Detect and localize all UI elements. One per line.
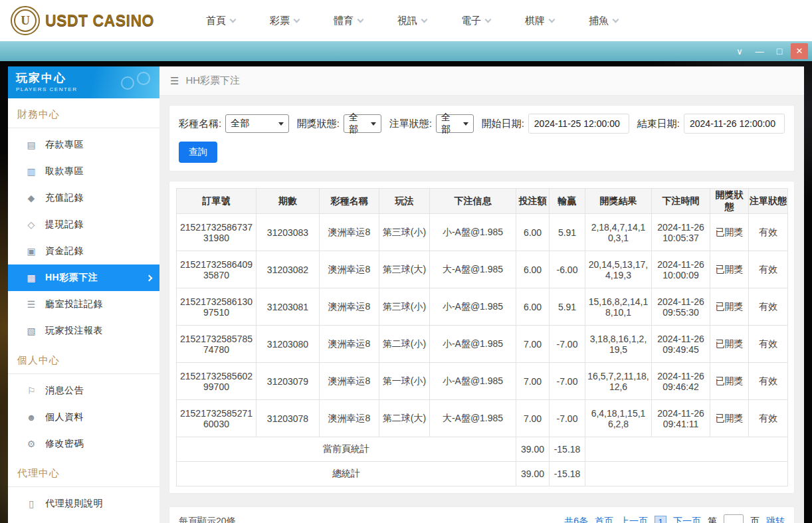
sidebar-item-hh-lottery-bets[interactable]: ▦ HH彩票下注 (8, 264, 159, 291)
brand-logo[interactable]: U USDT CASINO (11, 6, 154, 35)
cashout-record-icon: ◇ (26, 219, 37, 230)
recharge-record-icon: ◆ (26, 193, 37, 203)
main-panel: HH彩票下注 彩種名稱: 全部 開獎狀態: 全部 (159, 66, 804, 523)
cell-draw-result: 2,18,4,7,14,10,3,1 (585, 214, 652, 251)
cell-win-loss: -7.00 (550, 400, 585, 437)
hamburger-menu-icon[interactable] (170, 75, 179, 87)
sidebar-item-hall-bet-records[interactable]: ☰ 廳室投註記錄 (8, 291, 159, 318)
column-header: 玩法 (379, 189, 430, 214)
chevron-down-icon (485, 16, 492, 23)
window-collapse-chevron-icon[interactable] (731, 43, 748, 59)
table-row: 2152173258673731980 31203083 澳洲幸运8 第三球(小… (177, 214, 788, 251)
brand-logo-text: USDT CASINO (45, 12, 154, 30)
column-header: 彩種名稱 (320, 189, 379, 214)
chevron-down-icon (613, 16, 619, 23)
page-summary-bet-total: 39.00 (516, 437, 550, 462)
cell-bet-status: 有效 (749, 326, 788, 363)
nav-item-6[interactable]: 捕魚 (589, 15, 618, 27)
cell-win-loss: 5.91 (550, 214, 585, 251)
nav-item-5[interactable]: 棋牌 (525, 15, 554, 27)
sidebar-item-change-password[interactable]: ⚙ 修改密碼 (8, 431, 159, 457)
nav-item-3[interactable]: 視訊 (397, 15, 427, 27)
cell-order-number: 2152173258560299700 (177, 363, 256, 400)
sidebar-item-label: HH彩票下注 (45, 272, 98, 284)
cell-bet-amount: 6.00 (516, 251, 550, 288)
start-date-input[interactable] (528, 114, 629, 134)
nav-item-label: 棋牌 (525, 15, 545, 27)
cell-bet-time: 2024-11-26 09:49:45 (652, 326, 710, 363)
sidebar-item-player-bet-report[interactable]: ▧ 玩家投注報表 (8, 318, 159, 344)
cell-bet-info: 小-A盤@1.985 (430, 288, 516, 326)
cell-win-loss: -7.00 (550, 326, 585, 363)
page-jump-input[interactable] (724, 514, 744, 523)
sidebar-item-label: 個人資料 (45, 411, 84, 423)
bet-status-select-label: 注單狀態: (389, 118, 432, 130)
cell-draw-result: 20,14,5,13,17,4,19,3 (585, 251, 652, 288)
sidebar: 玩家中心 PLAYERS CENTER 財務中心 ▤ 存款專區 ▥ 取款專區 ◆… (8, 66, 159, 523)
query-button[interactable]: 查詢 (179, 142, 217, 163)
sidebar-item-notices[interactable]: ⚐ 消息公告 (8, 377, 159, 404)
sidebar-item-label: 資金記錄 (45, 245, 84, 257)
sidebar-item-label: 存款專區 (45, 139, 84, 151)
sidebar-item-cashout-records[interactable]: ◇ 提現記錄 (8, 211, 159, 238)
column-header: 下注時間 (652, 189, 710, 214)
nav-item-0[interactable]: 首頁 (206, 15, 235, 27)
lottery-select[interactable]: 全部 (225, 114, 289, 133)
cell-draw-status: 已開獎 (710, 214, 749, 251)
page-title: HH彩票下注 (185, 74, 240, 87)
deposit-icon: ▤ (26, 140, 37, 150)
cell-play-type: 第三球(大) (379, 251, 430, 288)
cell-bet-info: 大-A盤@1.985 (430, 400, 516, 437)
window-close-button[interactable] (791, 43, 808, 59)
column-header: 開獎結果 (585, 189, 652, 214)
chevron-down-icon (357, 16, 364, 23)
sidebar-item-recharge-records[interactable]: ◆ 充值記錄 (8, 185, 159, 211)
main-nav: 首頁 彩票 體育 視訊 電子 棋牌 捕魚 (206, 15, 618, 27)
cell-lottery-name: 澳洲幸运8 (320, 400, 379, 437)
total-summary-row: 總統計 39.00 -15.18 (177, 462, 788, 486)
lottery-select-label: 彩種名稱: (179, 118, 221, 130)
next-page-link[interactable]: 下一页 (673, 516, 701, 523)
brand-logo-letter: U (14, 9, 37, 32)
sidebar-item-profile[interactable]: ☻ 個人資料 (8, 404, 159, 431)
draw-status-select[interactable]: 全部 (344, 114, 381, 133)
cell-play-type: 第一球(小) (379, 363, 430, 400)
nav-item-4[interactable]: 電子 (461, 15, 490, 27)
page-summary-row: 當前頁統計 39.00 -15.18 (177, 437, 788, 462)
cell-bet-status: 有效 (749, 288, 788, 326)
window-minimize-button[interactable] (751, 43, 768, 59)
withdraw-icon: ▥ (26, 166, 37, 177)
cell-bet-amount: 6.00 (516, 214, 550, 251)
nav-item-2[interactable]: 體育 (334, 15, 363, 27)
page-jump-suffix: 页 (750, 516, 760, 523)
nav-item-1[interactable]: 彩票 (270, 15, 299, 27)
first-page-link[interactable]: 首页 (595, 516, 613, 523)
bell-icon: ⚐ (26, 385, 37, 396)
chevron-down-icon (278, 122, 284, 126)
total-count-label: 共6条 (564, 516, 588, 523)
page-jump-go-link[interactable]: 跳转 (766, 516, 785, 523)
prev-page-link[interactable]: 上一页 (620, 516, 648, 523)
cell-draw-result: 3,18,8,16,1,2,19,5 (585, 326, 652, 363)
sidebar-item-agent-rules[interactable]: ▯ 代理規則說明 (8, 490, 159, 517)
brand-logo-icon: U (11, 6, 40, 35)
nav-item-label: 首頁 (206, 15, 226, 27)
bet-status-select[interactable]: 全部 (436, 114, 474, 133)
cell-order-number: 2152173258640935870 (177, 251, 256, 288)
sidebar-item-withdraw[interactable]: ▥ 取款專區 (8, 158, 159, 185)
current-page-button[interactable]: 1 (655, 516, 666, 523)
end-date-input[interactable] (684, 114, 785, 134)
sidebar-item-label: 提現記錄 (45, 219, 84, 231)
cell-bet-time: 2024-11-26 09:55:30 (652, 288, 710, 326)
content-area: 彩種名稱: 全部 開獎狀態: 全部 注單狀態: (159, 96, 804, 523)
chevron-right-icon (146, 274, 153, 281)
sidebar-item-deposit[interactable]: ▤ 存款專區 (8, 132, 159, 158)
window-maximize-button[interactable] (771, 43, 788, 59)
cell-draw-result: 15,16,8,2,14,18,10,1 (585, 288, 652, 326)
sidebar-item-fund-records[interactable]: ▣ 資金記錄 (8, 238, 159, 264)
cell-order-number: 2152173258527160030 (177, 400, 256, 437)
sidebar-section-title: 財務中心 (8, 98, 159, 128)
chevron-down-icon (294, 16, 300, 23)
gear-icon: ⚙ (26, 439, 37, 449)
chevron-down-icon (230, 16, 237, 23)
